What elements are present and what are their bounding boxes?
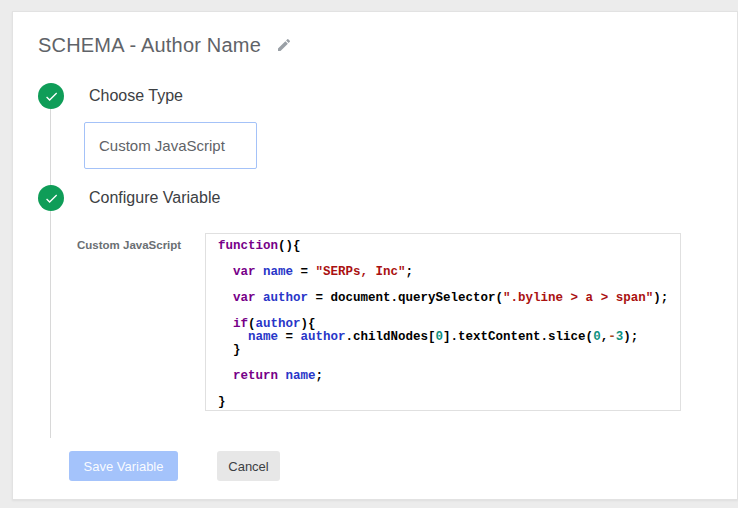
check-icon (38, 83, 64, 109)
page-title: SCHEMA - Author Name (38, 32, 261, 58)
cancel-button[interactable]: Cancel (217, 451, 280, 481)
title-row: SCHEMA - Author Name (38, 32, 292, 58)
step-label-choose-type: Choose Type (89, 83, 183, 109)
code-editor-field-label: Custom JavaScript (77, 239, 181, 251)
code-editor[interactable]: function(){ var name = "SERPs, Inc"; var… (205, 233, 681, 411)
save-variable-button[interactable]: Save Variable (69, 451, 178, 481)
footer-actions: Save Variable Cancel (69, 451, 280, 481)
code-editor-content: function(){ var name = "SERPs, Inc"; var… (218, 240, 680, 409)
stepper-connector-line (50, 109, 51, 438)
selected-type-box[interactable]: Custom JavaScript (84, 122, 257, 169)
pencil-icon[interactable] (276, 37, 292, 53)
check-icon (38, 185, 64, 211)
selected-type-label: Custom JavaScript (99, 137, 225, 154)
variable-editor-card: SCHEMA - Author Name Choose Type Custom … (12, 11, 738, 500)
step-label-configure-variable: Configure Variable (89, 185, 220, 211)
